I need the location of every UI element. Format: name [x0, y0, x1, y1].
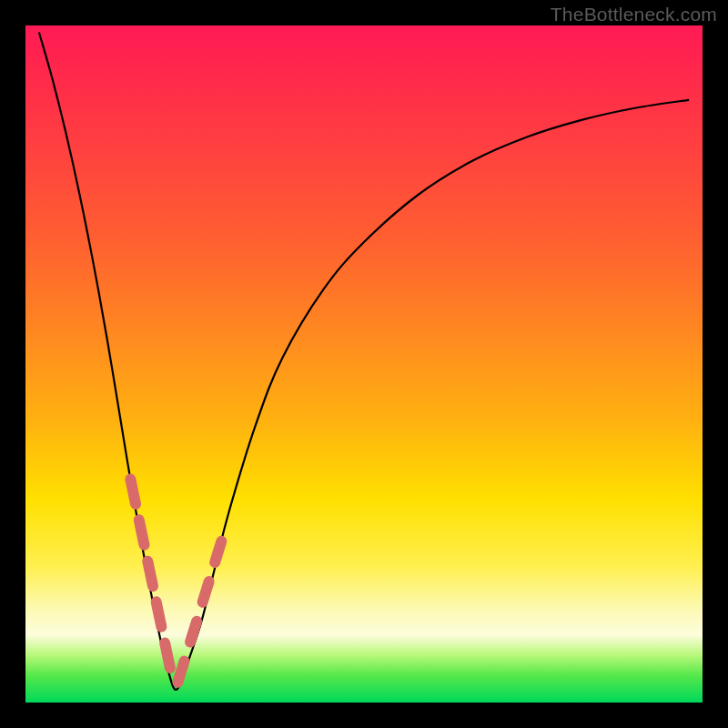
highlight-dash-right: [177, 540, 221, 682]
watermark-text: TheBottleneck.com: [551, 4, 717, 25]
chart-frame: TheBottleneck.com: [0, 0, 728, 728]
curve-layer: [25, 25, 703, 703]
bottleneck-curve: [39, 32, 689, 689]
highlight-dash-left: [130, 479, 173, 682]
